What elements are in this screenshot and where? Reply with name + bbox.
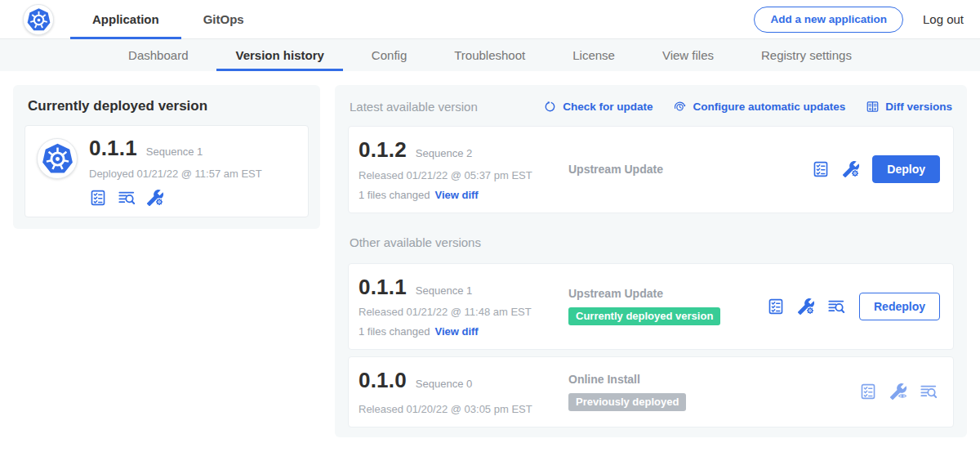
subnav-tab-view-files-label: View files [662, 48, 714, 62]
subnav-tab-dashboard[interactable]: Dashboard [105, 39, 212, 71]
configure-automatic-updates-label: Configure automatic updates [693, 101, 845, 113]
tab-gitops-label: GitOps [203, 12, 244, 26]
previously-deployed-badge: Previously deployed [568, 393, 686, 411]
diff-versions-label: Diff versions [885, 101, 952, 113]
main-content: Currently deployed version 0.1.1 Sequenc… [0, 71, 980, 451]
subnav-tab-troubleshoot[interactable]: Troubleshoot [430, 39, 549, 71]
version-number: 0.1.0 [359, 369, 407, 392]
subnav-tab-license[interactable]: License [549, 39, 639, 71]
edit-config-icon[interactable] [797, 298, 815, 316]
panel-actions: Check for update Configure automatic upd… [543, 100, 952, 114]
version-row-0-1-1: 0.1.1 Sequence 1 Released 01/21/22 @ 11:… [348, 263, 954, 351]
subnav-tab-registry-settings-label: Registry settings [761, 48, 852, 62]
files-changed-label: 1 files changed [359, 189, 430, 201]
view-diff-link[interactable]: View diff [434, 189, 478, 201]
subnav-tab-config-label: Config [372, 48, 407, 62]
deploy-logs-icon[interactable] [920, 383, 938, 401]
subnav-tab-dashboard-label: Dashboard [128, 48, 188, 62]
configure-automatic-updates-link[interactable]: Configure automatic updates [673, 100, 845, 114]
sequence-label: Sequence 1 [416, 284, 472, 297]
diff-icon [866, 100, 880, 114]
subnav-tab-troubleshoot-label: Troubleshoot [454, 48, 525, 62]
version-history-panel: Latest available version Check for updat… [335, 85, 967, 437]
version-row-0-1-2: 0.1.2 Sequence 2 Released 01/21/22 @ 05:… [348, 126, 954, 213]
top-bar: Application GitOps Add a new application… [0, 0, 980, 39]
refresh-icon [543, 100, 557, 114]
view-config-icon[interactable] [889, 383, 907, 401]
released-timestamp: Released 01/20/22 @ 03:05 pm EST [359, 403, 568, 415]
add-application-button[interactable]: Add a new application [754, 7, 903, 33]
files-changed-label: 1 files changed [359, 325, 430, 338]
source-label: Upstream Update [568, 163, 663, 176]
deployed-version-card: 0.1.1 Sequence 1 Deployed 01/21/22 @ 11:… [24, 125, 309, 217]
preflight-checks-icon[interactable] [812, 160, 830, 178]
diff-versions-link[interactable]: Diff versions [866, 100, 952, 114]
subnav-tab-version-history-label: Version history [235, 48, 323, 62]
currently-deployed-card: Currently deployed version 0.1.1 Sequenc… [13, 85, 320, 229]
check-for-update-link[interactable]: Check for update [543, 100, 653, 114]
version-row-0-1-0: 0.1.0 Sequence 0 Released 01/20/22 @ 03:… [348, 356, 954, 427]
deployed-version-details: 0.1.1 Sequence 1 Deployed 01/21/22 @ 11:… [89, 137, 262, 207]
preflight-checks-icon[interactable] [767, 298, 785, 316]
currently-deployed-badge: Currently deployed version [568, 307, 720, 325]
sequence-label: Sequence 0 [416, 378, 472, 390]
subnav-tab-license-label: License [572, 48, 615, 62]
edit-config-icon[interactable] [842, 160, 860, 178]
subnav-tab-config[interactable]: Config [348, 39, 430, 71]
app-logo [37, 138, 78, 179]
kubernetes-logo [23, 4, 54, 35]
tab-application-label: Application [92, 12, 159, 26]
deployed-version-number: 0.1.1 [89, 137, 137, 160]
version-number: 0.1.1 [359, 275, 407, 299]
redeploy-button[interactable]: Redeploy [859, 293, 940, 320]
version-number: 0.1.2 [359, 138, 407, 162]
subnav-tab-version-history[interactable]: Version history [212, 39, 347, 71]
tab-application[interactable]: Application [70, 0, 181, 38]
source-label: Online Install [568, 373, 640, 386]
released-timestamp: Released 01/21/22 @ 05:37 pm EST [359, 169, 568, 181]
schedule-update-icon [673, 100, 687, 114]
tab-gitops[interactable]: GitOps [181, 0, 266, 38]
logout-button[interactable]: Log out [923, 12, 964, 26]
currently-deployed-title: Currently deployed version [28, 98, 305, 114]
app-subnav: Dashboard Version history Config Trouble… [0, 39, 980, 71]
edit-config-icon[interactable] [146, 189, 164, 207]
deployed-sequence-label: Sequence 1 [146, 145, 203, 158]
deploy-logs-icon[interactable] [118, 189, 136, 207]
preflight-checks-icon[interactable] [859, 383, 877, 401]
latest-version-heading: Latest available version [350, 100, 478, 114]
deploy-logs-icon[interactable] [827, 298, 845, 316]
sequence-label: Sequence 2 [416, 147, 472, 159]
deploy-button[interactable]: Deploy [872, 155, 940, 183]
subnav-tab-view-files[interactable]: View files [639, 39, 737, 71]
released-timestamp: Released 01/21/22 @ 11:48 am EST [359, 306, 568, 318]
source-label: Upstream Update [568, 287, 663, 300]
view-diff-link[interactable]: View diff [434, 325, 478, 338]
subnav-tab-registry-settings[interactable]: Registry settings [737, 39, 875, 71]
preflight-checks-icon[interactable] [89, 189, 107, 207]
deployed-timestamp: Deployed 01/21/22 @ 11:57 am EST [89, 168, 262, 180]
top-bar-right: Add a new application Log out [754, 0, 964, 38]
check-for-update-label: Check for update [563, 101, 653, 113]
other-versions-heading: Other available versions [350, 235, 952, 249]
